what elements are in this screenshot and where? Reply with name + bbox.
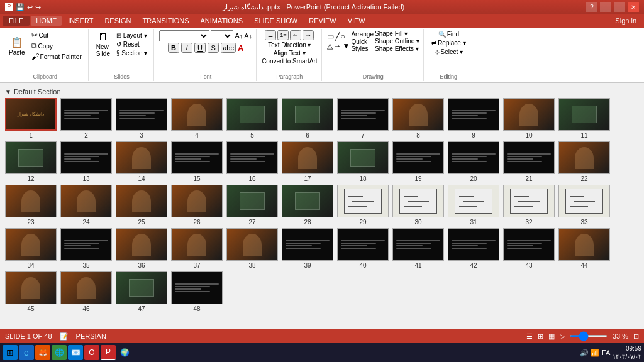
slide-thumb-4[interactable]: 4 (171, 98, 223, 139)
slide-thumb-3[interactable]: 3 (116, 98, 167, 139)
slide-thumb-32[interactable]: 32 (503, 185, 555, 226)
slide-thumb-19[interactable]: 19 (392, 141, 444, 182)
paste-button[interactable]: 📋 Paste (6, 35, 28, 57)
reset-button[interactable]: ↺ Reset (114, 40, 150, 48)
slide-thumb-37[interactable]: 37 (171, 228, 223, 269)
view-normal-button[interactable]: ☰ (526, 332, 533, 341)
text-direction-button[interactable]: Text Direction ▾ (268, 41, 311, 48)
menu-view[interactable]: VIEW (343, 16, 370, 26)
slide-thumb-26[interactable]: 26 (171, 185, 223, 226)
slide-thumb-16[interactable]: 16 (226, 141, 278, 182)
slide-thumb-45[interactable]: 45 (5, 272, 57, 312)
slide-thumb-36[interactable]: 36 (116, 228, 167, 269)
slides-panel[interactable]: ▼ Default Section دانشگاه شیراز 123 4 5 … (0, 83, 634, 329)
shape-rect-button[interactable]: ▭ (327, 32, 334, 41)
slide-thumb-40[interactable]: 40 (337, 228, 389, 269)
help-button[interactable]: ? (586, 2, 597, 12)
menu-transitions[interactable]: TRANSITIONS (138, 16, 194, 26)
slide-thumb-38[interactable]: 38 (226, 228, 278, 269)
slide-thumb-14[interactable]: 14 (116, 141, 167, 182)
slide-thumb-42[interactable]: 42 (448, 228, 499, 269)
slide-thumb-39[interactable]: 39 (282, 228, 333, 269)
quick-access-undo[interactable]: ↩ (27, 3, 33, 11)
slide-thumb-41[interactable]: 41 (392, 228, 444, 269)
font-decrease-button[interactable]: A↓ (244, 32, 252, 40)
menu-file[interactable]: FILE (3, 16, 30, 26)
slide-thumb-21[interactable]: 21 (503, 141, 555, 182)
slide-thumb-7[interactable]: 7 (337, 98, 389, 139)
slide-thumb-25[interactable]: 25 (116, 185, 167, 226)
slide-thumb-1[interactable]: دانشگاه شیراز 1 (5, 98, 57, 139)
section-arrow-icon[interactable]: ▼ (5, 89, 11, 96)
slide-thumb-35[interactable]: 35 (60, 228, 112, 269)
bold-button[interactable]: B (168, 43, 179, 53)
taskbar-chrome2[interactable]: 🌍 (117, 345, 132, 360)
underline-button[interactable]: U (194, 43, 206, 53)
slide-thumb-12[interactable]: 12 (5, 141, 57, 182)
menu-home[interactable]: HOME (31, 16, 62, 26)
slide-thumb-20[interactable]: 20 (448, 141, 499, 182)
quick-access-save[interactable]: 💾 (16, 3, 25, 11)
shape-oval-button[interactable]: ○ (341, 32, 345, 41)
zoom-slider[interactable] (570, 335, 608, 337)
taskbar-firefox[interactable]: 🦊 (35, 345, 50, 360)
quick-access-redo[interactable]: ↪ (35, 3, 41, 11)
slide-thumb-34[interactable]: 34 (5, 228, 57, 269)
slide-thumb-27[interactable]: 27 (226, 185, 278, 226)
slide-thumb-13[interactable]: 13 (60, 141, 112, 182)
slide-thumb-9[interactable]: 9 (448, 98, 499, 139)
font-color-button[interactable]: A (238, 43, 243, 53)
slide-thumb-5[interactable]: 5 (226, 98, 278, 139)
menu-review[interactable]: REVIEW (304, 16, 341, 26)
slide-thumb-11[interactable]: 11 (558, 98, 610, 139)
notes-button[interactable]: 📝 (60, 332, 69, 341)
taskbar-opera[interactable]: O (84, 345, 99, 360)
cut-button[interactable]: ✂ Cut (29, 30, 84, 40)
slide-thumb-24[interactable]: 24 (60, 185, 112, 226)
slide-thumb-33[interactable]: 33 (558, 185, 610, 226)
close-button[interactable]: ✕ (628, 2, 639, 12)
arrange-button[interactable]: Arrange (351, 31, 374, 38)
font-family-select[interactable] (159, 30, 209, 41)
slide-thumb-15[interactable]: 15 (171, 141, 223, 182)
maximize-button[interactable]: □ (614, 2, 625, 12)
slide-thumb-47[interactable]: 47 (116, 272, 167, 312)
view-slideshow-button[interactable]: ▷ (560, 332, 565, 341)
taskbar-ie[interactable]: e (19, 345, 34, 360)
sign-in-button[interactable]: Sign in (610, 16, 641, 26)
slide-thumb-18[interactable]: 18 (337, 141, 389, 182)
align-text-button[interactable]: Align Text ▾ (274, 50, 306, 57)
slide-thumb-30[interactable]: 30 (392, 185, 444, 226)
shapes-more-button[interactable]: ▼ (343, 41, 350, 50)
layout-button[interactable]: ⊞ Layout ▾ (114, 31, 150, 40)
menu-slideshow[interactable]: SLIDE SHOW (249, 16, 303, 26)
bullets-button[interactable]: ☰ (265, 30, 276, 40)
view-reading-button[interactable]: ▦ (548, 332, 555, 341)
taskbar-powerpoint[interactable]: P (101, 345, 116, 360)
view-slide-sorter-button[interactable]: ⊞ (538, 332, 543, 341)
shape-outline-button[interactable]: Shape Outline ▾ (375, 38, 419, 45)
new-slide-button[interactable]: 🗒 NewSlide (94, 30, 113, 58)
shape-effects-button[interactable]: Shape Effects ▾ (375, 45, 419, 52)
slide-thumb-8[interactable]: 8 (392, 98, 444, 139)
menu-design[interactable]: DESIGN (99, 16, 136, 26)
slide-thumb-44[interactable]: 44 (558, 228, 610, 269)
shape-line-button[interactable]: ╱ (335, 32, 340, 41)
menu-animations[interactable]: ANIMATIONS (196, 16, 248, 26)
quick-styles-button[interactable]: QuickStyles (351, 38, 374, 52)
slide-thumb-48[interactable]: 48 (171, 272, 223, 312)
shape-triangle-button[interactable]: △ (327, 41, 333, 50)
find-button[interactable]: 🔍 Find (436, 30, 462, 38)
slide-thumb-31[interactable]: 31 (448, 185, 499, 226)
decrease-indent-button[interactable]: ⇐ (290, 30, 301, 40)
strikethrough-button[interactable]: S (208, 43, 219, 53)
format-painter-button[interactable]: 🖌 Format Painter (29, 52, 84, 62)
shape-arrow-button[interactable]: → (334, 41, 341, 50)
increase-indent-button[interactable]: ⇒ (303, 30, 314, 40)
replace-button[interactable]: ⇄ Replace ▾ (429, 39, 468, 47)
slide-thumb-43[interactable]: 43 (503, 228, 555, 269)
fit-slide-button[interactable]: ⊡ (633, 332, 639, 341)
slide-thumb-10[interactable]: 10 (503, 98, 555, 139)
slide-thumb-46[interactable]: 46 (60, 272, 112, 312)
taskbar-chrome[interactable]: 🌐 (52, 345, 67, 360)
